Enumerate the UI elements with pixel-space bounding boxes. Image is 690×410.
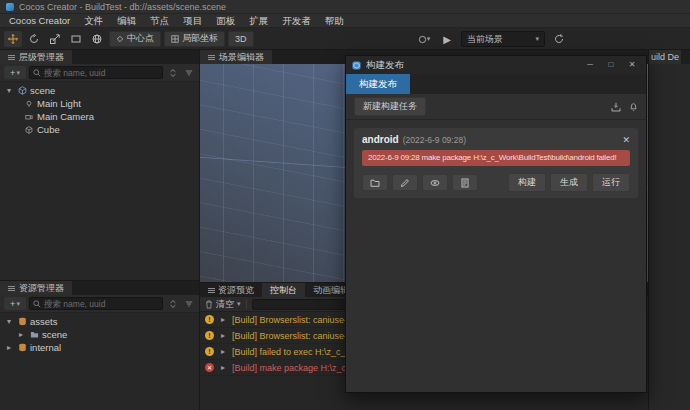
tab-hierarchy[interactable]: 层级管理器 — [0, 50, 72, 64]
tree-node-main-light[interactable]: Main Light — [0, 97, 199, 110]
menu-panel[interactable]: 面板 — [209, 14, 242, 28]
menu-node[interactable]: 节点 — [143, 14, 176, 28]
create-asset-button[interactable]: + ▾ — [4, 297, 26, 310]
create-node-button[interactable]: + ▾ — [4, 66, 26, 79]
menu-file[interactable]: 文件 — [77, 14, 110, 28]
expand-arrow-icon[interactable]: ▾ — [4, 317, 14, 326]
move-tool-icon[interactable] — [4, 31, 22, 47]
asset-node-scene[interactable]: ▸ scene — [0, 328, 199, 341]
current-scene-dropdown[interactable]: 当前场景 ▾ — [461, 31, 545, 47]
caret-down-icon: ▾ — [16, 300, 20, 308]
asset-label: scene — [42, 329, 67, 340]
tree-node-cube[interactable]: Cube — [0, 123, 199, 136]
new-build-task-button[interactable]: 新建构建任务 — [354, 97, 426, 116]
panel-menu-icon[interactable] — [208, 288, 215, 293]
maximize-icon[interactable]: □ — [603, 58, 619, 72]
pivot-icon — [116, 35, 124, 43]
close-icon[interactable]: ✕ — [622, 135, 630, 145]
notifications-icon[interactable] — [629, 102, 638, 112]
filter-icon[interactable] — [182, 66, 195, 79]
expand-arrow-icon[interactable]: ▸ — [16, 330, 26, 339]
generate-button[interactable]: 生成 — [550, 173, 588, 192]
open-build-folder-button[interactable] — [362, 174, 388, 191]
menu-help[interactable]: 帮助 — [318, 14, 351, 28]
task-actions: 构建 生成 运行 — [362, 173, 630, 192]
build-publish-dialog: 构建发布 ─ □ ✕ 构建发布 新建构建任务 android (2022-6-9… — [345, 55, 647, 393]
plus-icon: + — [10, 68, 15, 78]
preview-build-button[interactable] — [422, 174, 448, 191]
world-gizmo-icon[interactable] — [88, 31, 106, 47]
current-scene-label: 当前场景 — [467, 33, 503, 46]
assets-search-input[interactable] — [44, 299, 159, 309]
panel-menu-icon[interactable] — [8, 286, 15, 291]
node-label: Main Light — [37, 98, 81, 109]
edit-build-config-button[interactable] — [392, 174, 418, 191]
assets-db-icon — [17, 317, 27, 327]
run-button[interactable]: 运行 — [592, 173, 630, 192]
expand-arrow-icon[interactable]: ▸ — [218, 347, 228, 356]
asset-node-assets[interactable]: ▾ assets — [0, 315, 199, 328]
build-error-banner: 2022-6-9 09:28 make package H:\z_c_Work\… — [362, 150, 630, 166]
dialog-empty-area — [346, 206, 646, 392]
import-task-icon[interactable] — [611, 102, 621, 112]
tree-node-main-camera[interactable]: Main Camera — [0, 110, 199, 123]
expand-arrow-icon[interactable]: ▸ — [4, 343, 14, 352]
dialog-tab-bar: 构建发布 — [346, 74, 646, 94]
clear-console-button[interactable]: 清空 ▾ — [205, 298, 241, 311]
mode-3d-label: 3D — [235, 34, 247, 44]
assets-panel-header: 资源管理器 — [0, 281, 199, 295]
hierarchy-panel: 层级管理器 + ▾ ▾ s — [0, 50, 200, 280]
mode-3d-toggle[interactable]: 3D — [228, 31, 254, 47]
asset-node-internal[interactable]: ▸ internal — [0, 341, 199, 354]
caret-down-icon: ▾ — [427, 35, 431, 43]
rotate-tool-icon[interactable] — [25, 31, 43, 47]
folder-icon — [29, 330, 39, 340]
titlebar: Cocos Creator - BuildTest - db://assets/… — [0, 0, 690, 14]
menubar: Cocos Creator 文件 编辑 节点 项目 面板 扩展 开发者 帮助 — [0, 14, 690, 28]
menu-developer[interactable]: 开发者 — [275, 14, 318, 28]
menu-cocos-creator[interactable]: Cocos Creator — [2, 14, 77, 28]
close-icon[interactable]: ✕ — [624, 58, 640, 72]
expand-arrow-icon[interactable]: ▸ — [218, 331, 228, 340]
coords-toggle-button[interactable]: 局部坐标 — [164, 31, 225, 47]
refresh-button[interactable] — [550, 31, 568, 47]
pivot-toggle-button[interactable]: 中心点 — [109, 31, 161, 47]
expand-arrow-icon[interactable]: ▸ — [218, 363, 228, 372]
menu-extension[interactable]: 扩展 — [242, 14, 275, 28]
hierarchy-search-input[interactable] — [44, 68, 159, 78]
preview-platform-select[interactable]: ▾ — [415, 31, 433, 47]
scene-editor-title: 场景编辑器 — [219, 51, 264, 64]
open-build-log-button[interactable] — [452, 174, 478, 191]
tab-scene-editor[interactable]: 场景编辑器 — [200, 50, 272, 64]
minimize-icon[interactable]: ─ — [582, 58, 598, 72]
node-label: scene — [30, 85, 55, 96]
expand-arrow-icon[interactable]: ▸ — [218, 315, 228, 324]
tab-console[interactable]: 控制台 — [262, 283, 305, 297]
assets-search-box — [29, 297, 163, 310]
right-dock-header: uild De — [649, 50, 690, 64]
expand-arrow-icon[interactable]: ▾ — [4, 86, 14, 95]
filter-icon[interactable] — [182, 297, 195, 310]
rect-tool-icon[interactable] — [67, 31, 85, 47]
tab-assets[interactable]: 资源管理器 — [0, 281, 72, 295]
collapse-all-icon[interactable] — [166, 66, 179, 79]
collapse-all-icon[interactable] — [166, 297, 179, 310]
build-button[interactable]: 构建 — [508, 173, 546, 192]
dialog-titlebar[interactable]: 构建发布 ─ □ ✕ — [346, 56, 646, 74]
cocos-creator-window: Cocos Creator - BuildTest - db://assets/… — [0, 0, 690, 410]
panel-menu-icon[interactable] — [8, 55, 15, 60]
tree-node-scene[interactable]: ▾ scene — [0, 84, 199, 97]
play-button[interactable]: ▶ — [438, 31, 456, 47]
search-icon — [33, 300, 41, 308]
menu-edit[interactable]: 编辑 — [110, 14, 143, 28]
tab-asset-preview[interactable]: 资源预览 — [200, 283, 262, 297]
menu-project[interactable]: 项目 — [176, 14, 209, 28]
caret-down-icon: ▾ — [16, 69, 20, 77]
clear-label: 清空 — [216, 298, 234, 311]
panel-menu-icon[interactable] — [208, 55, 215, 60]
tab-build-dock[interactable]: uild De — [649, 50, 681, 64]
caret-down-icon: ▾ — [535, 35, 539, 43]
tab-build-publish[interactable]: 构建发布 — [346, 74, 410, 94]
cube-node-icon — [24, 125, 34, 135]
scale-tool-icon[interactable] — [46, 31, 64, 47]
